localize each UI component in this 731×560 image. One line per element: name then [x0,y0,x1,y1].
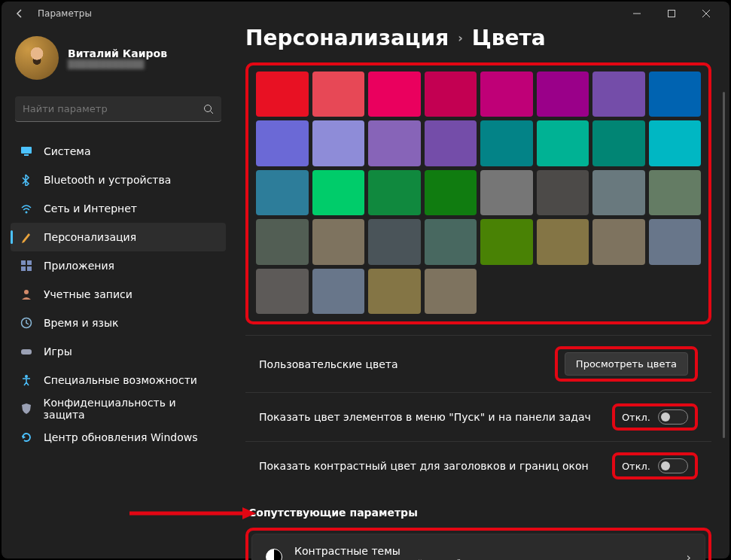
close-button[interactable] [689,2,723,26]
svg-marker-15 [23,435,26,439]
gamepad-icon [20,345,33,358]
sidebar-item-label: Персонализация [44,231,136,243]
titlebar: Параметры [2,2,729,26]
color-swatch[interactable] [592,170,645,215]
highlight-view-colors: Просмотреть цвета [555,346,698,382]
svg-point-2 [205,105,212,111]
scrollbar[interactable] [723,92,725,438]
sidebar-item-10[interactable]: Центр обновления Windows [11,423,226,452]
highlight-toggle-title: Откл. [612,452,698,479]
color-swatch[interactable] [256,269,309,314]
color-swatch[interactable] [368,120,421,166]
back-button[interactable] [8,2,32,26]
sidebar-item-8[interactable]: Специальные возможности [11,366,226,394]
svg-rect-8 [27,260,32,265]
color-swatch[interactable] [256,120,309,166]
sidebar-item-5[interactable]: Учетные записи [11,280,226,309]
color-swatch[interactable] [649,72,702,117]
view-colors-button[interactable]: Просмотреть цвета [565,352,688,376]
breadcrumb-current: Цвета [472,26,546,50]
sidebar-item-label: Сеть и Интернет [44,202,137,215]
shield-icon [20,402,33,415]
maximize-button[interactable] [654,2,689,26]
color-swatch[interactable] [312,219,365,264]
toggle-title-borders[interactable] [658,458,688,473]
toggle-start-taskbar[interactable] [658,409,688,425]
contrast-themes-card[interactable]: Контрастные темы Цветовые темы для людей… [251,534,705,560]
window-title: Параметры [38,8,92,19]
chevron-right-icon: › [687,550,691,560]
color-swatch[interactable] [480,170,533,215]
search-input[interactable] [23,103,203,114]
color-swatch[interactable] [312,269,365,314]
sidebar-item-0[interactable]: Система [11,137,226,166]
color-swatch[interactable] [312,170,365,215]
sidebar-item-1[interactable]: Bluetooth и устройства [11,166,226,194]
wifi-icon [20,202,33,215]
sidebar-item-4[interactable]: Приложения [11,251,226,280]
color-swatches-region [245,62,711,324]
sidebar-item-2[interactable]: Сеть и Интернет [11,194,226,223]
chevron-right-icon: › [458,31,463,45]
apps-icon [20,259,33,272]
color-swatch[interactable] [592,219,645,264]
color-swatch[interactable] [312,120,365,166]
color-swatch[interactable] [425,170,477,215]
highlight-related-card: Контрастные темы Цветовые темы для людей… [245,528,711,560]
color-swatch[interactable] [368,219,421,264]
color-swatch[interactable] [368,170,421,215]
color-swatch[interactable] [537,72,589,117]
sidebar-item-label: Bluetooth и устройства [44,174,171,186]
svg-rect-1 [669,11,675,17]
svg-point-6 [26,212,28,214]
color-swatch[interactable] [592,72,645,117]
color-swatch[interactable] [425,269,477,314]
color-swatch[interactable] [537,120,589,166]
color-swatch[interactable] [649,170,702,215]
color-swatch[interactable] [312,72,365,117]
sidebar-item-label: Учетные записи [44,288,132,300]
color-swatch[interactable] [537,170,589,215]
svg-line-3 [211,111,214,114]
color-swatch[interactable] [425,72,477,117]
bluetooth-icon [20,173,33,187]
minimize-button[interactable] [620,2,654,26]
related-title: Контрастные темы [294,545,656,557]
color-swatch[interactable] [368,269,421,314]
toggle-state-start: Откл. [622,412,650,423]
sidebar-item-9[interactable]: Конфиденциальность и защита [11,394,226,423]
main-content: Персонализация › Цвета Пользовательские … [235,26,729,560]
avatar [15,36,59,80]
color-swatch[interactable] [368,72,421,117]
sidebar-item-6[interactable]: Время и язык [11,309,226,337]
color-swatch[interactable] [480,120,533,166]
color-swatch[interactable] [425,120,477,166]
color-swatch[interactable] [256,170,309,215]
color-swatch[interactable] [425,219,477,264]
svg-point-14 [25,375,28,378]
related-header: Сопутствующие параметры [248,507,711,519]
color-swatch[interactable] [649,120,702,166]
brush-icon [20,230,33,244]
sidebar-item-label: Время и язык [44,317,118,329]
sidebar-item-label: Центр обновления Windows [44,431,197,443]
profile-name: Виталий Каиров [68,47,167,59]
color-swatch[interactable] [480,219,533,264]
settings-window: Параметры Виталий Каиров ████████████ Си… [2,2,729,558]
sidebar-item-3[interactable]: Персонализация [11,223,226,251]
sidebar-item-7[interactable]: Игры [11,337,226,366]
breadcrumb-parent[interactable]: Персонализация [245,26,449,50]
sidebar-item-label: Система [44,145,90,157]
color-swatch[interactable] [592,120,645,166]
color-swatch[interactable] [649,219,702,264]
color-swatch[interactable] [537,219,589,264]
annotation-arrow [129,506,257,521]
color-swatch[interactable] [256,72,309,117]
color-swatch[interactable] [256,219,309,264]
svg-rect-10 [27,266,32,271]
color-swatch[interactable] [480,72,533,117]
custom-colors-label: Пользовательские цвета [259,358,555,370]
profile-block[interactable]: Виталий Каиров ████████████ [11,30,226,93]
search-box [15,96,221,122]
sidebar: Виталий Каиров ████████████ СистемаBluet… [2,26,235,560]
